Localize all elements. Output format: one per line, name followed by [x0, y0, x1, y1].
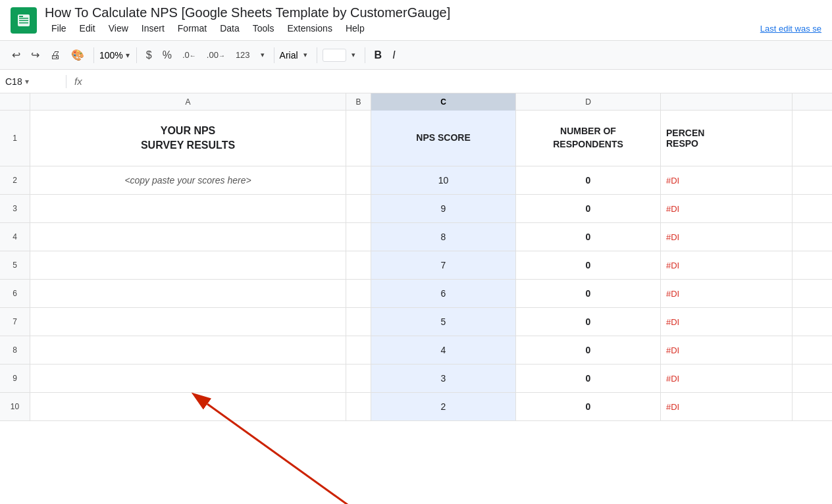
cell-d5[interactable]: 0 [516, 251, 661, 279]
formula-input[interactable] [88, 76, 827, 87]
italic-button[interactable]: I [388, 48, 399, 63]
cell-c5[interactable]: 7 [371, 251, 516, 279]
toolbar-sep-5 [365, 47, 365, 63]
zoom-dropdown[interactable]: ▾ [124, 49, 131, 61]
cell-a6[interactable] [30, 280, 346, 307]
cell-d2[interactable]: 0 [516, 166, 661, 194]
cell-e2[interactable]: #DI [661, 166, 793, 194]
sheet-row-6: 6 6 0 #DI [0, 280, 832, 308]
cell-b10[interactable] [346, 393, 371, 420]
cell-c6[interactable]: 6 [371, 280, 516, 307]
cell-a10[interactable] [30, 393, 346, 420]
bold-button[interactable]: B [371, 48, 386, 63]
menu-file[interactable]: File [45, 22, 73, 35]
cell-b7[interactable] [346, 308, 371, 336]
cell-c8[interactable]: 4 [371, 336, 516, 364]
redo-button[interactable]: ↪ [27, 46, 43, 64]
cell-d4[interactable]: 0 [516, 223, 661, 251]
row-num-8: 8 [0, 336, 30, 364]
font-size-input[interactable]: 10 [323, 49, 346, 62]
menu-tools[interactable]: Tools [246, 22, 281, 35]
decimal-less-button[interactable]: .0← [178, 47, 200, 63]
cell-a2[interactable]: <copy paste your scores here> [30, 166, 346, 194]
cell-e3[interactable]: #DI [661, 195, 793, 222]
toolbar-sep-2 [136, 47, 137, 63]
cell-c2[interactable]: 10 [371, 166, 516, 194]
col-header-e [661, 93, 793, 111]
cell-d1[interactable]: NUMBER OFRESPONDENTS [516, 111, 661, 166]
cell-d6[interactable]: 0 [516, 280, 661, 307]
menu-data[interactable]: Data [213, 22, 246, 35]
cell-b5[interactable] [346, 251, 371, 279]
sheet-row-5: 5 7 0 #DI [0, 251, 832, 280]
cell-b3[interactable] [346, 195, 371, 222]
cell-a4[interactable] [30, 223, 346, 251]
menu-format[interactable]: Format [171, 22, 213, 35]
menu-help[interactable]: Help [339, 22, 371, 35]
number-format-button[interactable]: 123 [232, 47, 254, 63]
cell-a7[interactable] [30, 308, 346, 336]
cell-e10[interactable]: #DI [661, 393, 793, 420]
cell-b9[interactable] [346, 365, 371, 392]
cell-ref-dropdown[interactable]: ▾ [25, 77, 29, 86]
cell-e1[interactable]: PERCENRESPO [661, 111, 793, 166]
cell-e8[interactable]: #DI [661, 336, 793, 364]
sheet-row-1: 1 YOUR NPSSURVEY RESULTS NPS SCORE NUMBE… [0, 111, 832, 166]
number-format-dropdown[interactable]: ▾ [257, 48, 269, 62]
cell-c1[interactable]: NPS SCORE [371, 111, 516, 166]
toolbar-sep-3 [274, 47, 274, 63]
percent-button[interactable]: % [159, 47, 176, 64]
cell-b8[interactable] [346, 336, 371, 364]
zoom-control: 100% ▾ [99, 49, 131, 61]
col-header-b: B [346, 93, 371, 111]
cell-b2[interactable] [346, 166, 371, 194]
cell-e9[interactable]: #DI [661, 365, 793, 392]
cell-e4[interactable]: #DI [661, 223, 793, 251]
undo-button[interactable]: ↩ [8, 46, 24, 64]
fx-icon: fx [74, 76, 82, 87]
row-num-7: 7 [0, 308, 30, 336]
cell-a8[interactable] [30, 336, 346, 364]
cell-b4[interactable] [346, 223, 371, 251]
menu-insert[interactable]: Insert [135, 22, 171, 35]
font-dropdown[interactable]: ▾ [299, 48, 311, 62]
row-num-header [0, 93, 30, 110]
last-edit-link[interactable]: Last edit was se [760, 24, 821, 35]
font-size-control: 10 ▾ [323, 48, 359, 62]
decimal-more-button[interactable]: .00→ [203, 47, 229, 63]
cell-d10[interactable]: 0 [516, 393, 661, 420]
cell-c3[interactable]: 9 [371, 195, 516, 222]
cell-d7[interactable]: 0 [516, 308, 661, 336]
app-icon [11, 7, 37, 34]
cell-d3[interactable]: 0 [516, 195, 661, 222]
print-button[interactable]: 🖨 [46, 47, 65, 64]
cell-e7[interactable]: #DI [661, 308, 793, 336]
menu-bar: File Edit View Insert Format Data Tools … [45, 22, 752, 35]
sheet-row-7: 7 5 0 #DI [0, 308, 832, 336]
menu-extensions[interactable]: Extensions [280, 22, 338, 35]
cell-a3[interactable] [30, 195, 346, 222]
font-size-dropdown[interactable]: ▾ [348, 48, 359, 62]
svg-rect-2 [19, 20, 28, 21]
cell-a9[interactable] [30, 365, 346, 392]
cell-b6[interactable] [346, 280, 371, 307]
cell-e6[interactable]: #DI [661, 280, 793, 307]
column-headers: A B C D [0, 93, 832, 111]
cell-d9[interactable]: 0 [516, 365, 661, 392]
row-num-2: 2 [0, 166, 30, 194]
currency-button[interactable]: $ [142, 47, 156, 64]
menu-view[interactable]: View [102, 22, 135, 35]
row-num-3: 3 [0, 195, 30, 222]
cell-c7[interactable]: 5 [371, 308, 516, 336]
cell-c9[interactable]: 3 [371, 365, 516, 392]
cell-a1[interactable]: YOUR NPSSURVEY RESULTS [30, 111, 346, 166]
cell-c4[interactable]: 8 [371, 223, 516, 251]
title-bar: How To Calculate NPS [Google Sheets Temp… [0, 0, 832, 41]
cell-c10[interactable]: 2 [371, 393, 516, 420]
cell-b1[interactable] [346, 111, 371, 166]
menu-edit[interactable]: Edit [73, 22, 102, 35]
cell-a5[interactable] [30, 251, 346, 279]
cell-d8[interactable]: 0 [516, 336, 661, 364]
paint-format-button[interactable]: 🎨 [67, 46, 88, 64]
cell-e5[interactable]: #DI [661, 251, 793, 279]
